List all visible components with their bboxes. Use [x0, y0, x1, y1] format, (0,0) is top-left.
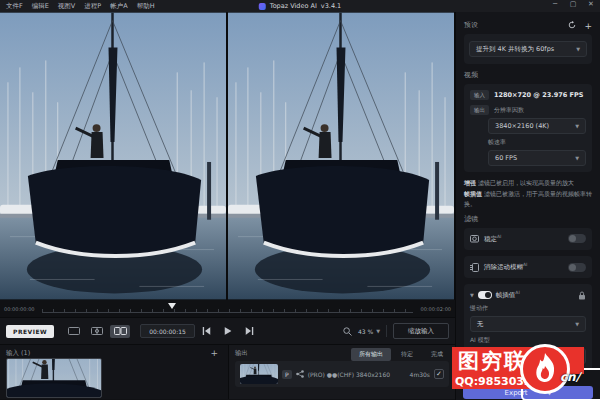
step-back-button[interactable] [202, 327, 210, 335]
preview-badge: P [282, 370, 292, 379]
topaz-video-ai-window: 文件F 编辑E 视图V 进程P 帐户A 帮助H Topaz Video AI v… [0, 0, 600, 400]
view-mode-single-button[interactable] [64, 325, 84, 338]
watermark-url: cn/ [560, 370, 580, 384]
menu-help[interactable]: 帮助H [137, 2, 155, 11]
current-timecode[interactable]: 00:00:00:15 [140, 324, 195, 338]
output-row[interactable]: P (PRO) ●●(CHF) 3840x2160 4m30s ✓ [235, 361, 449, 387]
output-duration: 4m30s [410, 371, 430, 378]
output-thumbnail [240, 364, 278, 384]
close-button[interactable]: ✕ [586, 0, 596, 8]
timeline-start-time: 00:00:00:00 [4, 306, 42, 312]
filters-section-header: 滤镜 [464, 214, 592, 224]
workspace: 00:00:00:00 00:00:02:00 PREVIEW 00:00:00… [0, 12, 455, 400]
timeline-end-time: 00:00:02:00 [413, 306, 451, 312]
tab-pending[interactable]: 待定 [393, 348, 421, 361]
zoom-level-dropdown[interactable]: 43 %▼ [358, 328, 380, 335]
share-icon [296, 370, 304, 378]
output-spec: (PRO) ●●(CHF) 3840x2160 [308, 371, 390, 378]
titlebar: 文件F 编辑E 视图V 进程P 帐户A 帮助H Topaz Video AI v… [0, 0, 600, 12]
preview-pane-original[interactable] [0, 12, 226, 300]
reset-preset-icon[interactable] [568, 21, 576, 31]
menubar: 文件F 编辑E 视图V 进程P 帐户A 帮助H [0, 2, 155, 11]
lock-icon [578, 291, 586, 300]
stabilize-filter-card[interactable]: 稳定AI [464, 228, 592, 250]
stabilize-label: 稳定AI [484, 234, 501, 244]
slow-motion-label: 慢动作 [470, 304, 586, 313]
slow-motion-dropdown[interactable]: 无▼ [470, 316, 586, 332]
playback-controls-bar: PREVIEW 00:00:00:15 [0, 317, 455, 344]
tab-all-outputs[interactable]: 所有输出 [351, 348, 391, 361]
interpolation-note: 帧插值 滤镜已被激活，用于高质量的视频帧率转换。 [464, 189, 592, 208]
timeline-ruler[interactable] [42, 305, 413, 313]
tab-complete[interactable]: 完成 [423, 348, 451, 361]
output-tabs: 所有输出 待定 完成 [351, 348, 451, 361]
stabilize-toggle[interactable] [568, 234, 586, 243]
timeline[interactable]: 00:00:00:00 00:00:02:00 [0, 300, 455, 317]
resolution-label: 分辨率因数 [494, 106, 524, 115]
io-panel: 输入 (1) + 输出 所有输出 待定 完成 P [0, 344, 455, 399]
view-mode-split-button[interactable] [87, 325, 107, 338]
motion-deblur-toggle[interactable] [568, 263, 586, 272]
frame-interpolation-label: 帧插值AI [496, 290, 520, 300]
menu-view[interactable]: 视图V [58, 2, 75, 11]
window-title: Topaz Video AI v3.4.1 [259, 2, 341, 10]
preset-dropdown[interactable]: 提升到 4K 并转换为 60fps▼ [469, 41, 587, 57]
input-header: 输入 (1) [6, 349, 222, 358]
input-badge: 输入 [470, 90, 489, 100]
preset-header: 预设 [464, 20, 478, 30]
output-list: 输出 所有输出 待定 完成 P (PRO) ●●(CHF) 3840x2160 … [228, 345, 455, 399]
input-list: 输入 (1) + [0, 345, 228, 399]
framerate-label: 帧速率 [488, 138, 586, 147]
add-preset-icon[interactable]: + [584, 21, 592, 31]
motion-deblur-icon [470, 263, 479, 272]
video-preview [0, 12, 455, 300]
input-resolution-value: 1280×720 @ 23.976 FPS [494, 91, 583, 99]
add-input-button[interactable]: + [210, 348, 218, 358]
frame-interpolation-toggle[interactable] [478, 291, 492, 299]
preview-button[interactable]: PREVIEW [6, 325, 54, 338]
topaz-logo-icon [259, 3, 266, 10]
preview-pane-processed[interactable] [228, 12, 454, 300]
zoom-input-button[interactable]: 缩放输入 [393, 323, 449, 339]
menu-process[interactable]: 进程P [84, 2, 101, 11]
output-checkbox[interactable]: ✓ [434, 369, 444, 379]
menu-edit[interactable]: 编辑E [32, 2, 49, 11]
enhance-note: 增强 滤镜已被启用，以实现高质量的放大 [464, 178, 592, 187]
view-mode-side-by-side-button[interactable] [110, 325, 130, 338]
collapse-chevron-icon[interactable]: ▼ [470, 292, 474, 298]
output-badge: 输出 [470, 105, 489, 115]
play-button[interactable] [224, 327, 231, 335]
maximize-button[interactable]: ▢ [568, 0, 578, 8]
minimize-button[interactable]: ─ [550, 0, 560, 8]
framerate-dropdown[interactable]: 60 FPS▼ [488, 150, 586, 166]
motion-deblur-filter-card[interactable]: 消除运动模糊AI [464, 256, 592, 278]
playhead-marker[interactable] [168, 303, 176, 309]
menu-account[interactable]: 帐户A [110, 2, 127, 11]
settings-sidebar: 预设 + 提升到 4K 并转换为 60fps▼ 视频 输入 1280×720 @… [455, 12, 600, 400]
resolution-dropdown[interactable]: 3840×2160 (4K)▼ [488, 118, 586, 134]
stabilize-icon [470, 234, 479, 243]
watermark-flame-icon [520, 344, 570, 394]
motion-deblur-label: 消除运动模糊AI [484, 262, 527, 272]
menu-file[interactable]: 文件F [6, 2, 23, 11]
input-thumbnail[interactable] [6, 358, 102, 398]
magnifier-icon [343, 327, 352, 336]
video-section-header: 视频 [464, 70, 592, 80]
ai-model-label: AI 模型 [470, 336, 586, 345]
step-forward-button[interactable] [245, 327, 253, 335]
